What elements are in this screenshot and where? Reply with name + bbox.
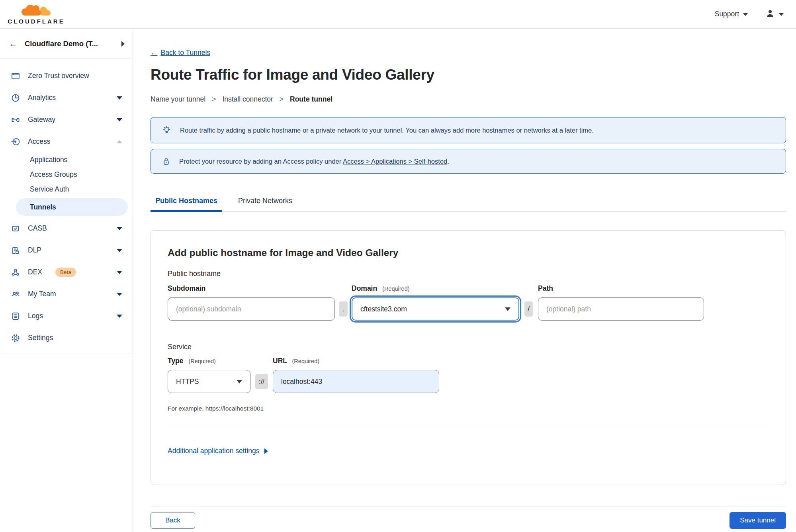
save-tunnel-button[interactable]: Save tunnel xyxy=(730,512,786,529)
slash-separator: / xyxy=(524,301,533,317)
sidebar-item-service-auth[interactable]: Service Auth xyxy=(0,182,133,197)
cloudflare-cloud-icon xyxy=(17,4,55,19)
sidebar-item-dlp[interactable]: DLP xyxy=(0,239,133,261)
logs-icon xyxy=(11,311,20,321)
back-arrow-icon[interactable]: ← xyxy=(9,39,18,48)
protect-banner-text: Protect your resource by adding an Acces… xyxy=(179,158,341,165)
sidebar-item-label: Logs xyxy=(28,312,43,320)
lightbulb-icon xyxy=(161,125,172,136)
sidebar-item-applications[interactable]: Applications xyxy=(0,153,133,167)
sidebar-item-label: My Team xyxy=(28,290,56,298)
sidebar-item-access[interactable]: Access xyxy=(0,131,133,153)
url-label: URL xyxy=(273,357,287,365)
casb-icon xyxy=(11,224,20,233)
subdomain-input[interactable] xyxy=(168,297,335,321)
info-banner: Route traffic by adding a public hostnam… xyxy=(151,117,786,143)
type-required-label: (Required) xyxy=(188,358,216,364)
chevron-down-icon xyxy=(743,13,748,16)
additional-settings-link[interactable]: Additional application settings xyxy=(168,447,268,455)
service-section-label: Service xyxy=(168,343,769,351)
step-separator: > xyxy=(280,95,284,104)
back-link-label: Back to Tunnels xyxy=(161,49,211,57)
tab-bar: Public Hostnames Private Networks xyxy=(151,197,786,212)
chevron-down-icon xyxy=(117,96,122,100)
support-menu[interactable]: Support xyxy=(715,10,748,18)
page-title: Route Traffic for Image and Video Galler… xyxy=(151,66,786,83)
service-type-select[interactable]: HTTPS xyxy=(168,370,250,393)
access-applications-link[interactable]: Access > Applications > Self-hosted xyxy=(343,158,447,165)
back-to-tunnels-link[interactable]: ← Back to Tunnels xyxy=(151,49,210,57)
chevron-down-icon xyxy=(117,227,122,230)
chevron-down-icon xyxy=(117,249,122,252)
chevron-down-icon xyxy=(778,13,784,16)
protect-banner: Protect your resource by adding an Acces… xyxy=(151,149,786,174)
tab-public-hostnames[interactable]: Public Hostnames xyxy=(151,197,222,212)
public-hostname-section-label: Public hostname xyxy=(168,270,769,278)
scheme-separator: :// xyxy=(255,374,268,389)
protect-banner-suffix: . xyxy=(447,158,449,165)
tab-private-networks[interactable]: Private Networks xyxy=(233,197,297,211)
footer-divider xyxy=(151,506,786,507)
sidebar-item-settings[interactable]: Settings xyxy=(0,327,133,349)
sidebar-item-label: DLP xyxy=(28,246,41,254)
url-required-label: (Required) xyxy=(292,358,320,364)
sidebar-item-casb[interactable]: CASB xyxy=(0,217,133,239)
sidebar-item-gateway[interactable]: Gateway xyxy=(0,109,133,131)
chevron-up-icon xyxy=(117,140,122,143)
chevron-down-icon xyxy=(117,293,122,296)
dex-icon xyxy=(11,268,20,277)
sidebar-item-label: Zero Trust overview xyxy=(28,72,89,80)
subdomain-label: Subdomain xyxy=(168,284,335,293)
chevron-down-icon xyxy=(117,118,122,121)
sidebar-item-label: DEX xyxy=(28,268,42,276)
sidebar-item-access-groups[interactable]: Access Groups xyxy=(0,167,133,182)
team-icon xyxy=(11,289,20,299)
sub-item-label: Service Auth xyxy=(30,185,69,194)
sidebar-item-dex[interactable]: DEX Beta xyxy=(0,261,133,283)
sub-item-label: Applications xyxy=(30,156,67,164)
sidebar-item-logs[interactable]: Logs xyxy=(0,305,133,327)
access-icon xyxy=(11,137,20,147)
info-banner-text: Route traffic by adding a public hostnam… xyxy=(180,127,594,134)
sub-item-label: Tunnels xyxy=(30,203,56,211)
account-name: Cloudflare Demo (T... xyxy=(25,39,98,48)
back-button[interactable]: Back xyxy=(151,512,195,529)
step-separator: > xyxy=(212,95,216,104)
path-input[interactable] xyxy=(538,297,704,321)
chevron-down-icon xyxy=(117,315,122,318)
sidebar-account-header: ← Cloudflare Demo (T... xyxy=(0,29,133,59)
user-menu[interactable] xyxy=(765,8,784,20)
window-icon xyxy=(11,71,20,81)
type-label: Type xyxy=(168,357,184,365)
sidebar-item-tunnels[interactable]: Tunnels xyxy=(16,198,128,216)
dlp-icon xyxy=(11,246,20,255)
sidebar-nav: Zero Trust overview Analytics Gateway xyxy=(0,59,133,354)
sidebar-item-analytics[interactable]: Analytics xyxy=(0,87,133,109)
sub-item-label: Access Groups xyxy=(30,170,77,179)
domain-selected-value: cftestsite3.com xyxy=(360,305,407,313)
sidebar-item-label: Analytics xyxy=(28,94,56,102)
cloudflare-logo-text: CLOUDFLARE xyxy=(8,18,65,25)
url-example-text: For example, https://localhost:8001 xyxy=(168,405,769,412)
domain-select[interactable]: cftestsite3.com xyxy=(352,297,519,321)
domain-label: Domain xyxy=(352,284,377,292)
main-content: ← Back to Tunnels Route Traffic for Imag… xyxy=(133,29,796,532)
card-title: Add public hostname for Image and Video … xyxy=(168,247,769,258)
sidebar-item-label: CASB xyxy=(28,224,47,233)
wizard-steps: Name your tunnel > Install connector > R… xyxy=(151,95,786,104)
sidebar-item-zero-trust-overview[interactable]: Zero Trust overview xyxy=(0,65,133,87)
domain-required-label: (Required) xyxy=(382,286,410,292)
pie-chart-icon xyxy=(11,93,20,103)
path-label: Path xyxy=(538,284,704,293)
footer-actions: Back Save tunnel xyxy=(151,512,786,529)
topbar: CLOUDFLARE Support xyxy=(0,0,796,29)
sidebar-item-label: Gateway xyxy=(28,115,55,124)
service-url-input[interactable] xyxy=(273,370,439,393)
gateway-icon xyxy=(11,115,20,125)
cloudflare-logo[interactable]: CLOUDFLARE xyxy=(6,4,66,25)
card-divider xyxy=(168,426,769,426)
sidebar-item-my-team[interactable]: My Team xyxy=(0,283,133,305)
step-route-tunnel: Route tunnel xyxy=(290,95,332,104)
step-install-connector: Install connector xyxy=(222,95,273,104)
chevron-right-icon[interactable] xyxy=(121,41,125,47)
